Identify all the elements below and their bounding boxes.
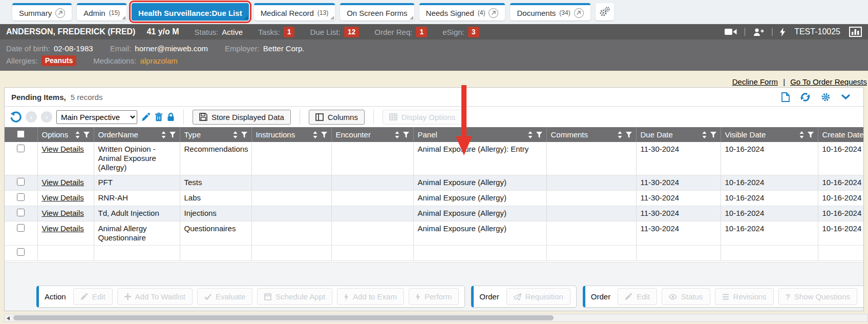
lock-perspective-icon[interactable] <box>167 112 175 121</box>
columns-button[interactable]: Columns <box>309 110 365 125</box>
action-bar-title: Action <box>45 292 66 301</box>
perspective-select[interactable]: Main Perspective <box>56 110 137 124</box>
cell-order-name: Td, Adult Injection <box>94 206 180 221</box>
column-header-due-date: Due Date <box>641 130 698 139</box>
sort-icon[interactable] <box>394 131 400 138</box>
cell-visible-date: 10-16-2024 <box>721 206 818 221</box>
go-to-order-requests-link[interactable]: Go To Order Requests <box>790 77 867 86</box>
cell-due-date: 11-30-2024 <box>636 206 721 221</box>
patient-details: Date of birth: 02-08-1983 Email: horner@… <box>0 39 868 71</box>
sort-icon[interactable] <box>702 131 707 138</box>
order-req-count-badge[interactable]: 1 <box>416 27 427 37</box>
tab-admin[interactable]: Admin (15) <box>77 3 126 21</box>
pending-items-table: Options OrderName Type Instructions <box>5 127 864 261</box>
tab-needs-signed[interactable]: Needs Signed (4) <box>419 3 505 21</box>
video-camera-icon[interactable] <box>725 28 737 36</box>
tab-medical-record[interactable]: Medical Record (13) <box>254 3 335 21</box>
tab-count: (34) <box>559 9 570 16</box>
tab-settings-gears-icon[interactable] <box>596 3 614 21</box>
filter-funnel-icon[interactable] <box>536 132 542 138</box>
cell-due-date: 11-30-2024 <box>636 142 721 175</box>
sort-icon[interactable] <box>527 131 533 138</box>
filter-funnel-icon[interactable] <box>710 132 716 138</box>
panel-settings-gear-icon[interactable] <box>821 92 831 102</box>
filter-funnel-icon[interactable] <box>403 132 409 138</box>
cell-due-date: 11-30-2024 <box>636 191 721 206</box>
order-req-label: Order Req: <box>374 28 412 36</box>
add-user-icon[interactable] <box>753 28 765 36</box>
filter-funnel-icon[interactable] <box>321 132 327 138</box>
cell-visible-date: 10-16-2024 <box>721 191 818 206</box>
store-displayed-data-button[interactable]: Store Displayed Data <box>193 110 291 125</box>
row-checkbox[interactable] <box>17 145 25 152</box>
sort-icon[interactable] <box>75 131 80 138</box>
view-details-link[interactable]: View Details <box>42 178 84 187</box>
dob-value: 02-08-1983 <box>54 44 93 53</box>
tab-bar: Summary Admin (15) Health Surveillance:D… <box>0 0 868 24</box>
view-details-link[interactable]: View Details <box>42 145 84 153</box>
external-link-icon[interactable] <box>55 8 65 18</box>
filter-funnel-icon[interactable] <box>241 132 247 138</box>
medication-value[interactable]: alprazolam <box>140 56 177 65</box>
due-list-count-badge[interactable]: 12 <box>344 27 359 37</box>
row-checkbox[interactable] <box>17 193 25 201</box>
order-bar: Order Requisition <box>471 286 577 308</box>
cell-type: Tests <box>180 175 251 191</box>
cell-instructions <box>251 142 331 175</box>
view-details-link[interactable]: View Details <box>42 209 84 217</box>
cell-instructions <box>251 221 331 246</box>
tasks-count-badge[interactable]: 1 <box>284 27 295 37</box>
row-checkbox[interactable] <box>17 209 25 216</box>
table-row: View Details Written Opinion - Animal Ex… <box>5 142 864 175</box>
allergy-badge[interactable]: Peanuts <box>41 55 76 66</box>
collapse-chevron-down-icon[interactable] <box>841 94 850 100</box>
grid-toolbar: ‹ › Main Perspective Store Displayed Dat… <box>5 107 863 127</box>
row-checkbox[interactable] <box>17 178 25 186</box>
sort-icon[interactable] <box>312 131 318 138</box>
grid-icon <box>389 113 397 120</box>
sort-icon[interactable] <box>617 131 623 138</box>
filter-funnel-icon[interactable] <box>170 132 176 138</box>
scrollbar-thumb[interactable] <box>13 315 554 320</box>
scroll-left-arrow-icon[interactable] <box>7 316 10 320</box>
row-checkbox[interactable] <box>17 248 25 256</box>
revisions-button: Revisions <box>715 288 774 305</box>
decline-form-link[interactable]: Decline Form <box>732 77 778 86</box>
cell-encounter <box>331 191 413 206</box>
tab-summary[interactable]: Summary <box>12 3 72 21</box>
tab-documents[interactable]: Documents (34) <box>510 3 590 21</box>
esign-count-badge[interactable]: 3 <box>468 27 479 37</box>
sort-icon[interactable] <box>799 131 805 138</box>
show-questions-button: ? Show Questions <box>778 288 857 305</box>
cell-create-date: 10-16-2024 <box>818 142 864 175</box>
refresh-icon[interactable] <box>800 92 810 102</box>
flash-icon[interactable] <box>780 28 786 36</box>
sort-icon[interactable] <box>232 131 238 138</box>
select-all-checkbox[interactable] <box>17 130 25 138</box>
delete-perspective-trash-icon[interactable] <box>155 112 163 121</box>
filter-funnel-icon[interactable] <box>808 132 814 138</box>
external-link-icon[interactable] <box>574 8 584 18</box>
filter-funnel-icon[interactable] <box>626 132 632 138</box>
view-details-link[interactable]: View Details <box>42 193 84 202</box>
sort-icon[interactable] <box>161 131 166 138</box>
external-link-icon[interactable] <box>489 8 498 18</box>
add-to-waitlist-button: Add To Waitlist <box>117 288 193 305</box>
table-row-empty <box>5 246 864 261</box>
filter-funnel-icon[interactable] <box>83 132 90 138</box>
undo-icon[interactable] <box>10 111 22 123</box>
view-details-link[interactable]: View Details <box>42 224 84 233</box>
horizontal-scrollbar[interactable] <box>4 314 868 322</box>
cell-encounter <box>331 142 413 175</box>
tab-on-screen-forms[interactable]: On Screen Forms <box>340 3 414 21</box>
evaluate-button: Evaluate <box>197 288 252 305</box>
row-checkbox[interactable] <box>17 224 25 232</box>
status-label: Status: <box>195 28 219 36</box>
panel-record-count: 5 records <box>71 93 103 102</box>
cell-instructions <box>251 175 331 191</box>
cell-encounter <box>331 206 413 221</box>
tab-health-surveillance-due-list[interactable]: Health Surveillance:Due List <box>132 3 249 21</box>
flowsheet-chart-icon[interactable] <box>849 27 862 37</box>
edit-perspective-pencil-icon[interactable] <box>141 112 151 121</box>
new-document-icon[interactable] <box>781 92 790 102</box>
